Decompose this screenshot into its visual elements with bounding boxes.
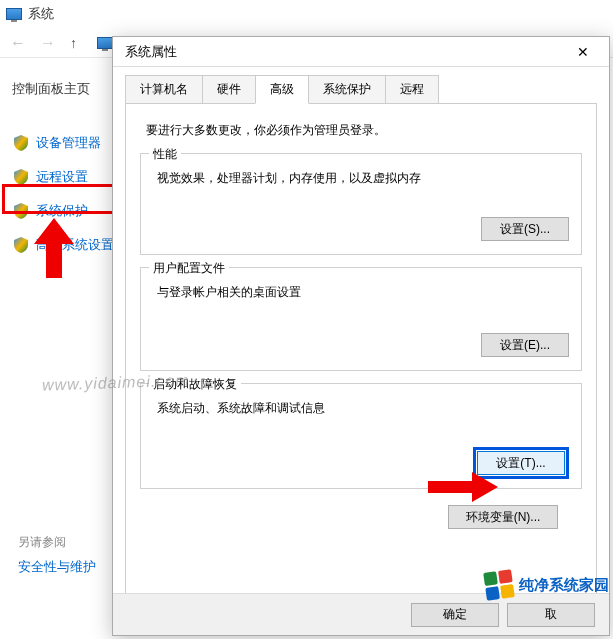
user-profile-legend: 用户配置文件: [149, 260, 229, 277]
back-arrow-icon[interactable]: ←: [10, 34, 26, 52]
tab-advanced[interactable]: 高级: [255, 75, 309, 104]
shield-icon: [14, 135, 28, 151]
tab-remote[interactable]: 远程: [385, 75, 439, 103]
user-profile-settings-button[interactable]: 设置(E)...: [481, 333, 569, 357]
annotation-button-highlight: 设置(T)...: [473, 447, 569, 479]
security-maintenance-link[interactable]: 安全性与维护: [18, 558, 96, 576]
startup-recovery-settings-button[interactable]: 设置(T)...: [477, 451, 565, 475]
user-profile-desc: 与登录帐户相关的桌面设置: [157, 284, 569, 301]
dialog-title: 系统属性: [125, 43, 177, 61]
cancel-button[interactable]: 取: [507, 603, 595, 627]
user-profile-group: 用户配置文件 与登录帐户相关的桌面设置 设置(E)...: [140, 267, 582, 371]
tab-system-protection[interactable]: 系统保护: [308, 75, 386, 103]
admin-note: 要进行大多数更改，你必须作为管理员登录。: [146, 122, 576, 139]
sidebar-item-label: 系统保护: [36, 202, 88, 220]
shield-icon: [14, 237, 28, 253]
sidebar-item-label: 设备管理器: [36, 134, 101, 152]
monitor-icon: [97, 37, 113, 49]
ok-button[interactable]: 确定: [411, 603, 499, 627]
startup-recovery-group: 启动和故障恢复 系统启动、系统故障和调试信息 设置(T)...: [140, 383, 582, 489]
tab-hardware[interactable]: 硬件: [202, 75, 256, 103]
system-properties-dialog: 系统属性 ✕ 计算机名 硬件 高级 系统保护 远程 要进行大多数更改，你必须作为…: [112, 36, 610, 636]
close-button[interactable]: ✕: [563, 40, 603, 64]
dialog-footer: 确定 取: [113, 593, 609, 635]
performance-group: 性能 视觉效果，处理器计划，内存使用，以及虚拟内存 设置(S)...: [140, 153, 582, 255]
window-title: 系统: [28, 5, 54, 23]
performance-legend: 性能: [149, 146, 181, 163]
sidebar-item-label: 远程设置: [36, 168, 88, 186]
environment-variables-button[interactable]: 环境变量(N)...: [448, 505, 558, 529]
monitor-icon: [6, 8, 22, 20]
shield-icon: [14, 203, 28, 219]
performance-settings-button[interactable]: 设置(S)...: [481, 217, 569, 241]
forward-arrow-icon: →: [40, 34, 56, 52]
window-titlebar: 系统: [0, 0, 613, 28]
dialog-tabs: 计算机名 硬件 高级 系统保护 远程: [113, 67, 609, 103]
up-arrow-icon[interactable]: ↑: [70, 35, 77, 51]
sidebar-item-label: 高级系统设置: [36, 236, 114, 254]
tab-computer-name[interactable]: 计算机名: [125, 75, 203, 103]
see-also-heading: 另请参阅: [18, 534, 66, 551]
startup-recovery-desc: 系统启动、系统故障和调试信息: [157, 400, 569, 417]
tab-panel-advanced: 要进行大多数更改，你必须作为管理员登录。 性能 视觉效果，处理器计划，内存使用，…: [125, 103, 597, 603]
dialog-titlebar: 系统属性 ✕: [113, 37, 609, 67]
performance-desc: 视觉效果，处理器计划，内存使用，以及虚拟内存: [157, 170, 569, 187]
startup-recovery-legend: 启动和故障恢复: [149, 376, 241, 393]
shield-icon: [14, 169, 28, 185]
